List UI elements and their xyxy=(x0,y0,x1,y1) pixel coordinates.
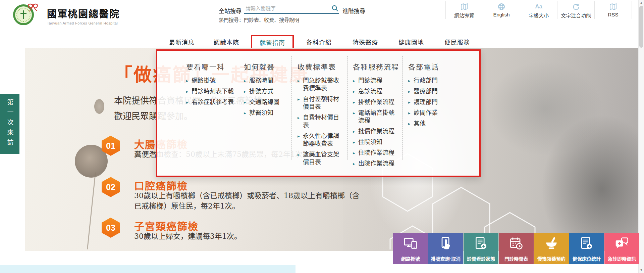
link-bullet-icon: ▸ xyxy=(353,160,355,168)
nav-health-zone[interactable]: 健康園地 xyxy=(398,38,424,46)
utility-bar: 網站導覽 English Aa 字級大小 文字注音功能 RSS xyxy=(445,1,632,19)
menu-link-registration-flow[interactable]: ▸掛號作業流程 xyxy=(353,98,400,106)
search-icon xyxy=(332,5,338,11)
menu-col-how-to-visit: 如何就醫 ▸服務時間 ▸掛號方式 ▸交通路線圖 ▸就醫須知 xyxy=(244,61,294,120)
devices-icon xyxy=(403,236,418,251)
menu-link-nursing-departments[interactable]: ▸護理部門 xyxy=(408,98,462,106)
menu-link-selfpay-material-price[interactable]: ▸自費特材價目表 xyxy=(298,114,342,129)
quick-clinic-status[interactable]: 診間看診狀態 xyxy=(464,233,498,264)
menu-col-service-flows: 各種服務流程 ▸門診流程 ▸急診流程 ▸掛號作業流程 ▸電話語音掛號流程 ▸批價… xyxy=(353,61,400,171)
rss-icon xyxy=(595,2,632,11)
menu-link-emergency-flow[interactable]: ▸急診流程 xyxy=(353,88,400,95)
menu-col-phone-directory: 各部電話 ▸行政部門 ▸醫療部門 ▸護理部門 ▸診間作業 ▸其他 xyxy=(408,61,462,131)
advanced-search-link[interactable]: 進階搜尋 xyxy=(342,6,365,15)
menu-link-admission-notes[interactable]: ▸住院須知 xyxy=(353,138,400,146)
font-size-link[interactable]: Aa 字級大小 xyxy=(520,1,557,19)
menu-link-pacemaker-fee[interactable]: ▸永久性心律調節器收費表 xyxy=(298,132,342,148)
quick-clinic-timetable[interactable]: 門診時間表 xyxy=(499,233,534,264)
footer-strip xyxy=(0,265,296,273)
link-bullet-icon: ▸ xyxy=(408,120,411,128)
link-bullet-icon: ▸ xyxy=(353,128,355,135)
menu-link-phone-voice-registration-flow[interactable]: ▸電話語音掛號流程 xyxy=(353,109,400,125)
screening-desc: 30歲以上有嚼檳榔（含已戒檳榔）或吸菸者、18歲以上有嚼檳榔（含已戒檳榔）原住民… xyxy=(134,190,366,211)
megamenu-panel: 要看哪一科 ▸網路掛號 ▸門診時刻表下載 ▸看診症狀參考表 如何就醫 ▸服務時間… xyxy=(156,49,481,177)
link-bullet-icon: ▸ xyxy=(298,114,300,122)
link-bullet-icon: ▸ xyxy=(244,77,246,85)
menu-link-clinic-operations[interactable]: ▸診間作業 xyxy=(408,109,462,117)
menu-link-symptom-reference[interactable]: ▸看診症狀參考表 xyxy=(186,98,237,106)
menu-col-heading: 各種服務流程 xyxy=(353,61,400,72)
nav-services[interactable]: 便民服務 xyxy=(444,38,470,46)
page-root: 國軍桃園總醫院 Taoyuan Armed Forces General Hos… xyxy=(0,0,644,273)
medical-chart-icon xyxy=(579,236,594,251)
search-input[interactable] xyxy=(244,3,339,14)
english-link[interactable]: English xyxy=(483,1,520,19)
nav-about[interactable]: 認識本院 xyxy=(214,38,239,46)
menu-link-outpatient-flow[interactable]: ▸門診流程 xyxy=(353,77,400,85)
scrollbar-down-arrow[interactable]: ▼ xyxy=(639,267,644,273)
link-bullet-icon: ▸ xyxy=(408,98,411,106)
font-size-label: 字級大小 xyxy=(520,12,557,19)
site-subtitle: Taoyuan Armed Forces General Hospital xyxy=(47,21,120,25)
quick-er-realtime-info[interactable]: 急診即時資訊 xyxy=(604,233,639,264)
menu-link-service-hours[interactable]: ▸服務時間 xyxy=(244,77,294,85)
menu-link-discharge-flow[interactable]: ▸出院作業流程 xyxy=(353,160,400,168)
menu-col-heading: 要看哪一科 xyxy=(186,61,237,72)
menu-link-admin-departments[interactable]: ▸行政部門 xyxy=(408,77,462,85)
quick-chronic-prescription[interactable]: 慢箋領藥預約 xyxy=(534,233,569,264)
hot-search-line[interactable]: 熱門搜尋：門診表、收費、搜尋說明 xyxy=(219,16,299,23)
menu-link-other[interactable]: ▸其他 xyxy=(408,120,462,128)
link-bullet-icon: ▸ xyxy=(353,88,355,95)
menu-link-medical-departments[interactable]: ▸醫療部門 xyxy=(408,88,462,95)
sitemap-label: 網站導覽 xyxy=(446,12,483,19)
menu-link-clinic-schedule-download[interactable]: ▸門診時刻表下載 xyxy=(186,88,237,95)
page-scrollbar[interactable]: ▲ ▼ xyxy=(638,0,644,273)
mortar-pestle-icon xyxy=(544,236,559,251)
nav-departments[interactable]: 各科介紹 xyxy=(306,38,332,46)
sitemap-link[interactable]: 網站導覽 xyxy=(445,1,483,19)
search-button[interactable] xyxy=(332,5,338,12)
number-badge: 03 xyxy=(102,218,120,238)
site-search-label: 全站搜尋 xyxy=(219,6,241,15)
sitemap-icon xyxy=(446,2,483,11)
menu-link-billing-flow[interactable]: ▸批價作業流程 xyxy=(353,128,400,135)
hospital-logo[interactable]: 國軍桃園總醫院 Taoyuan Armed Forces General Hos… xyxy=(11,1,120,26)
first-visit-tab[interactable]: 第一次來訪 xyxy=(0,94,19,154)
nav-medical-guide[interactable]: 就醫指南 xyxy=(251,35,294,50)
zhuyin-icon xyxy=(557,2,594,11)
scrollbar-thumb[interactable] xyxy=(639,6,643,48)
nav-special-care[interactable]: 特殊醫療 xyxy=(353,38,378,46)
link-bullet-icon: ▸ xyxy=(298,77,300,85)
menu-link-traffic-map[interactable]: ▸交通路線圖 xyxy=(244,98,294,106)
screening-desc: 30歲以上婦女，建議每3年1次。 xyxy=(134,231,302,241)
site-search-box xyxy=(244,3,339,14)
menu-col-which-department: 要看哪一科 ▸網路掛號 ▸門診時刻表下載 ▸看診症狀參考表 xyxy=(186,61,237,109)
link-bullet-icon: ▸ xyxy=(244,88,246,95)
quick-registration-query-cancel[interactable]: 掛號查詢·取消 xyxy=(428,233,463,264)
menu-link-stent-price[interactable]: ▸塗藥血管支架價目表 xyxy=(298,151,342,166)
scrollbar-up-arrow[interactable]: ▲ xyxy=(639,0,644,6)
touch-phone-icon xyxy=(438,236,453,251)
nav-news[interactable]: 最新消息 xyxy=(169,38,195,46)
hospital-emblem-icon xyxy=(11,1,45,26)
medical-list-icon xyxy=(474,236,488,251)
link-bullet-icon: ▸ xyxy=(298,95,300,103)
menu-link-outpatient-fee-table[interactable]: ▸門急診就醫收費標準表 xyxy=(298,77,342,92)
zhuyin-link[interactable]: 文字注音功能 xyxy=(557,1,594,19)
menu-link-registration-methods[interactable]: ▸掛號方式 xyxy=(244,88,294,95)
link-bullet-icon: ▸ xyxy=(408,109,411,117)
link-bullet-icon: ▸ xyxy=(244,98,246,106)
rss-link[interactable]: RSS xyxy=(594,1,632,19)
menu-link-admission-flow[interactable]: ▸住院作業流程 xyxy=(353,149,400,157)
link-bullet-icon: ▸ xyxy=(244,109,246,117)
menu-link-copay-material-price[interactable]: ▸自付差額特材價目表 xyxy=(298,95,342,111)
quick-bed-statistics[interactable]: 健保床位統計 xyxy=(569,233,604,264)
menu-col-heading: 收費標準表 xyxy=(298,61,342,72)
link-bullet-icon: ▸ xyxy=(298,132,300,140)
menu-link-online-registration[interactable]: ▸網路掛號 xyxy=(186,77,237,85)
quick-online-registration[interactable]: 網路掛號 xyxy=(393,233,428,264)
english-label: English xyxy=(483,12,520,17)
link-bullet-icon: ▸ xyxy=(353,77,355,85)
menu-link-visit-notes[interactable]: ▸就醫須知 xyxy=(244,109,294,117)
rss-label: RSS xyxy=(595,12,632,17)
